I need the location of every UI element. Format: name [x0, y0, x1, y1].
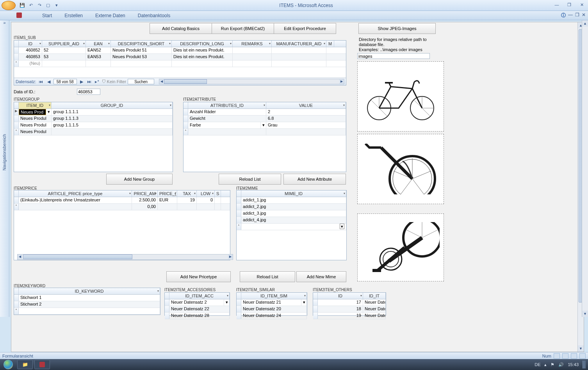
col-desc-long[interactable]: DESCRIPTION_LONG	[180, 41, 224, 46]
recnav-new-icon[interactable]: ▸*	[94, 79, 100, 84]
col-tax[interactable]: TAX	[183, 191, 191, 196]
add-catalog-button[interactable]: Add Catalog Basics	[150, 23, 212, 34]
grid-item2price[interactable]: ARTICLE_PRICE price_type▾ PRICE_AM▾ PRIC…	[14, 190, 230, 260]
col-mime-id[interactable]: MIME_ID	[285, 191, 303, 196]
tray-volume-icon[interactable]: 🔊	[558, 362, 564, 367]
nav-toggle-icon[interactable]: »	[0, 20, 9, 27]
scroll-down-icon[interactable]: ▼	[578, 345, 584, 352]
grid-item2keyword[interactable]: ID_KEYWORD▾ Stichwort 1 Stichwort 2 *	[14, 288, 160, 315]
window-vertical-scrollbar[interactable]: ▲ ▼	[582, 20, 588, 317]
new-row[interactable]: *	[184, 129, 346, 135]
new-row[interactable]: * 0,00	[14, 204, 230, 210]
table-row[interactable]: addict_4.jpg	[237, 217, 346, 224]
taskbar-access[interactable]	[34, 360, 50, 369]
col-id-item-acc[interactable]: ID_ITEM_ACC	[185, 294, 214, 298]
tab-erstellen[interactable]: Erstellen	[63, 12, 84, 19]
tab-start[interactable]: Start	[41, 12, 53, 19]
show-images-button[interactable]: Show JPEG-Images	[358, 23, 436, 34]
table-row[interactable]: 18 Neuer Daten	[313, 306, 386, 313]
recnav-first-icon[interactable]: ⏮	[38, 79, 44, 84]
undo-icon[interactable]: ↶	[27, 2, 34, 9]
dropdown-icon[interactable]: ▾	[261, 122, 266, 128]
col-desc-short[interactable]: DESCRIPTION_SHORT	[118, 41, 165, 46]
run-export-button[interactable]: Run Export (BMECat2)	[212, 23, 274, 34]
new-doc-icon[interactable]: ▢	[45, 2, 52, 9]
table-row[interactable]: Gewicht 6.8	[184, 116, 346, 122]
navigation-pane-collapsed[interactable]: » Navigationsbereich	[0, 20, 9, 317]
reload-attr-button[interactable]: Reload List	[219, 174, 281, 185]
images-path-input[interactable]	[357, 53, 430, 59]
view-form-button[interactable]	[554, 353, 560, 359]
grid-items-sub[interactable]: ID▾ SUPPLIER_AID▾ EAN▾ DESCRIPTION_SHORT…	[14, 40, 346, 85]
tray-time[interactable]: 15:43	[568, 362, 579, 367]
col-id-keyword[interactable]: ID_KEYWORD	[75, 289, 104, 294]
col-manufacturer-aid[interactable]: MANUFACTURER_AID	[276, 41, 321, 46]
table-row[interactable]: addict_1.jpg	[237, 197, 346, 204]
dropdown-icon[interactable]: ▾	[224, 299, 230, 306]
data-of-id-input[interactable]	[77, 89, 100, 95]
grid-item2group[interactable]: ITEM_ID▾ GROUP_ID▾ ▶ Neues Prod ▾ group …	[14, 102, 173, 172]
horizontal-scrollbar[interactable]: ◀ ▶	[159, 79, 344, 84]
start-button[interactable]	[0, 359, 16, 370]
col-price-amount[interactable]: PRICE_AM	[134, 191, 155, 196]
col-attributes-id[interactable]: ATTRIBUTES_ID	[210, 103, 244, 108]
recnav-position-input[interactable]	[53, 79, 77, 84]
add-new-group-button[interactable]: Add New Group	[106, 174, 173, 185]
scroll-right-icon[interactable]: ▶	[228, 254, 233, 259]
col-item-id[interactable]: ITEM_ID	[27, 103, 43, 108]
col-low[interactable]: LOW	[201, 191, 210, 196]
view-datasheet-button[interactable]	[562, 353, 568, 359]
new-row[interactable]: *▾	[237, 224, 346, 230]
table-row[interactable]: ▶ Neues Prod ▾ group 1.1.1.1	[14, 109, 173, 116]
minimize-button[interactable]: —	[552, 2, 561, 9]
col-price-type[interactable]: ARTICLE_PRICE price_type	[48, 191, 103, 196]
table-row[interactable]: Farbe ▾ Grau	[184, 122, 346, 129]
col-price-currency[interactable]: PRICE_(	[159, 191, 176, 196]
add-new-pricetype-button[interactable]: Add New Pricetype	[166, 271, 231, 282]
tray-flag-icon[interactable]: ⚑	[551, 362, 554, 367]
table-row[interactable]: Neues Produl group 1.1.1.5	[14, 122, 173, 129]
table-row[interactable]: 19 Neuer Daten	[313, 313, 386, 319]
grid-item2mime[interactable]: MIME_ID▾ addict_1.jpg addict_2.jpg addic…	[236, 190, 347, 260]
table-row[interactable]: addict_3.jpg	[237, 210, 346, 217]
new-row[interactable]: *	[14, 308, 160, 315]
col-group-id[interactable]: GROUP_ID	[101, 103, 123, 108]
mdi-maximize-button[interactable]: ❐	[575, 12, 579, 19]
table-row[interactable]: 460853 53 EAN53 Neues Produkt 53 Dies is…	[14, 54, 346, 60]
table-row[interactable]: Neuer Datensatz 2 ▾	[165, 299, 230, 306]
table-row[interactable]: addict_2.jpg	[237, 204, 346, 210]
recnav-last-icon[interactable]: ⏭	[86, 79, 93, 84]
table-row[interactable]: Stichwort 1	[14, 295, 160, 301]
tab-datenbanktools[interactable]: Datenbanktools	[136, 12, 172, 19]
scroll-thumb[interactable]	[164, 79, 207, 84]
maximize-button[interactable]: ❐	[565, 2, 574, 9]
col-supplier-aid[interactable]: SUPPLIER_AID	[48, 41, 79, 46]
table-row[interactable]: 17 Neuer Daten	[313, 299, 386, 306]
office-button[interactable]	[2, 1, 16, 10]
add-new-attribute-button[interactable]: Add New Attribute	[283, 174, 346, 185]
save-icon[interactable]: 💾	[19, 2, 26, 9]
tray-show-hidden-icon[interactable]: ▴	[544, 362, 547, 367]
edit-export-button[interactable]: Edit Export Procedure	[274, 23, 336, 34]
qat-dropdown-icon[interactable]: ▾	[53, 2, 60, 9]
dropdown-icon[interactable]: ▾	[340, 224, 344, 229]
scroll-down-icon[interactable]: ▼	[582, 311, 588, 317]
dropdown-icon[interactable]: ▾	[301, 299, 307, 306]
help-icon[interactable]: ⓘ	[561, 12, 566, 19]
recnav-prev-icon[interactable]: ◀	[46, 79, 52, 84]
table-row[interactable]: Neuer Datensatz 24	[237, 313, 307, 319]
grid-item2item-acc[interactable]: ID_ITEM_ACC▾ Neuer Datensatz 2 ▾ Neuer D…	[164, 292, 230, 316]
col-value[interactable]: VALUE	[299, 103, 313, 108]
scroll-left-icon[interactable]: ◀	[18, 254, 22, 259]
tab-externe-daten[interactable]: Externe Daten	[94, 12, 127, 19]
dropdown-icon[interactable]: ▾	[46, 109, 52, 115]
table-row[interactable]: Neuer Datensatz 21 ▾	[237, 299, 307, 306]
scroll-left-icon[interactable]: ◀	[159, 79, 164, 84]
recnav-next-icon[interactable]: ▶	[78, 79, 85, 84]
horizontal-scrollbar[interactable]: ◀ ▶	[17, 254, 233, 260]
table-row[interactable]: Neues Produl group 1.1.1.3	[14, 116, 173, 122]
redo-icon[interactable]: ↷	[36, 2, 43, 9]
new-row[interactable]: * Neues Produl	[14, 129, 173, 135]
grid-item2attribute[interactable]: ATTRIBUTES_ID▾ VALUE▾ Anzahl Räder 2 Gew…	[183, 102, 346, 172]
col-remarks[interactable]: REMARKS	[241, 41, 262, 46]
